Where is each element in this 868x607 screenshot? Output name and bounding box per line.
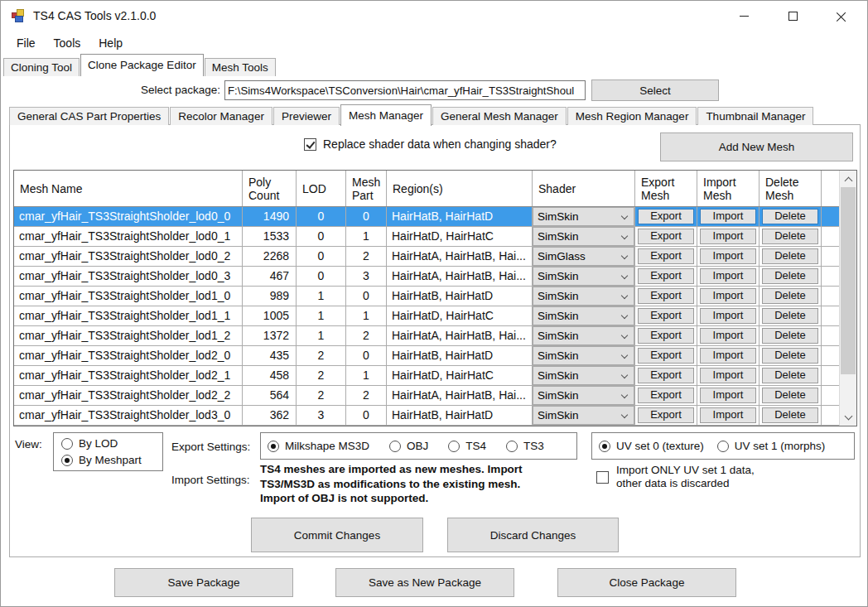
sub-tab[interactable]: Recolor Manager: [170, 107, 272, 125]
table-row[interactable]: cmar_yfHair_TS3StraightSholder_lod1_0 98…: [14, 287, 856, 306]
delete-mesh-button[interactable]: Delete: [762, 268, 818, 284]
delete-mesh-button[interactable]: Delete: [762, 328, 818, 344]
export-mesh-button[interactable]: Export: [638, 328, 694, 344]
import-mesh-button[interactable]: Import: [700, 229, 756, 244]
export-mesh-button[interactable]: Export: [638, 268, 694, 284]
shader-dropdown[interactable]: SimGlass: [533, 247, 634, 266]
maximize-button[interactable]: [769, 1, 817, 31]
scrollbar-thumb[interactable]: [841, 187, 856, 374]
export-mesh-button[interactable]: Export: [638, 209, 694, 224]
import-mesh-button[interactable]: Import: [700, 407, 756, 423]
uv-set-radio-option[interactable]: UV set 1 (morphs): [717, 440, 826, 452]
delete-mesh-button[interactable]: Delete: [762, 248, 818, 264]
replace-shader-checkbox[interactable]: Replace shader data when changing shader…: [304, 137, 557, 151]
delete-mesh-button[interactable]: Delete: [762, 407, 818, 423]
import-mesh-button[interactable]: Import: [700, 328, 756, 344]
menu-item[interactable]: Tools: [45, 33, 90, 53]
shader-dropdown[interactable]: SimSkin: [533, 207, 634, 226]
select-package-button[interactable]: Select: [591, 79, 719, 101]
close-package-button[interactable]: Close Package: [557, 568, 736, 597]
shader-dropdown[interactable]: SimSkin: [533, 366, 634, 385]
import-mesh-button[interactable]: Import: [700, 268, 756, 284]
table-row[interactable]: cmar_yfHair_TS3StraightSholder_lod0_2 22…: [14, 247, 856, 267]
uv-set-radio-option[interactable]: UV set 0 (texture): [599, 440, 704, 452]
view-radio-option[interactable]: By LOD: [61, 437, 118, 450]
table-row[interactable]: cmar_yfHair_TS3StraightSholder_lod2_0 43…: [14, 346, 856, 366]
shader-dropdown[interactable]: SimSkin: [533, 386, 634, 405]
export-mesh-button[interactable]: Export: [638, 348, 694, 364]
export-mesh-button[interactable]: Export: [638, 229, 694, 244]
column-header-mesh-part[interactable]: Mesh Part: [346, 171, 387, 206]
column-header-shader[interactable]: Shader: [533, 171, 635, 206]
column-header-poly-count[interactable]: Poly Count: [243, 171, 297, 206]
column-header-delete-mesh[interactable]: Delete Mesh: [760, 171, 822, 206]
export-mesh-button[interactable]: Export: [638, 308, 694, 324]
import-only-uv1-checkbox[interactable]: Import ONLY UV set 1 data, other data is…: [596, 464, 755, 490]
export-format-radio-option[interactable]: TS4: [448, 440, 486, 452]
vertical-scrollbar[interactable]: [839, 171, 856, 426]
table-row[interactable]: cmar_yfHair_TS3StraightSholder_lod0_3 46…: [14, 267, 856, 287]
import-mesh-button[interactable]: Import: [700, 308, 756, 324]
table-row[interactable]: cmar_yfHair_TS3StraightSholder_lod0_1 15…: [14, 227, 856, 247]
delete-mesh-button[interactable]: Delete: [762, 308, 818, 324]
shader-dropdown[interactable]: SimSkin: [533, 267, 634, 286]
delete-mesh-button[interactable]: Delete: [762, 229, 818, 244]
main-tab[interactable]: Cloning Tool: [3, 58, 80, 76]
export-mesh-button[interactable]: Export: [638, 288, 694, 304]
package-path-input[interactable]: [224, 80, 586, 100]
import-mesh-button[interactable]: Import: [700, 288, 756, 304]
delete-mesh-button[interactable]: Delete: [762, 348, 818, 364]
column-header-mesh-name[interactable]: Mesh Name: [14, 171, 243, 206]
table-row[interactable]: cmar_yfHair_TS3StraightSholder_lod2_1 45…: [14, 366, 856, 386]
shader-dropdown[interactable]: SimSkin: [533, 306, 634, 325]
delete-mesh-button[interactable]: Delete: [762, 209, 818, 224]
sub-tab[interactable]: Thumbnail Manager: [697, 107, 813, 125]
shader-dropdown[interactable]: SimSkin: [533, 326, 634, 345]
table-row[interactable]: cmar_yfHair_TS3StraightSholder_lod3_0 36…: [14, 406, 856, 426]
table-row[interactable]: cmar_yfHair_TS3StraightSholder_lod0_0 14…: [14, 207, 856, 227]
shader-dropdown[interactable]: SimSkin: [533, 406, 634, 425]
column-header-lod[interactable]: LOD: [297, 171, 346, 206]
table-row[interactable]: cmar_yfHair_TS3StraightSholder_lod1_2 13…: [14, 326, 856, 346]
sub-tab[interactable]: General CAS Part Properties: [9, 107, 169, 125]
export-mesh-button[interactable]: Export: [638, 407, 694, 423]
view-radio-option[interactable]: By Meshpart: [61, 454, 142, 466]
main-tab[interactable]: Clone Package Editor: [80, 54, 204, 76]
minimize-button[interactable]: [720, 1, 768, 31]
commit-changes-button[interactable]: Commit Changes: [251, 518, 423, 552]
main-tab[interactable]: Mesh Tools: [205, 58, 276, 76]
column-header-export-mesh[interactable]: Export Mesh: [635, 171, 697, 206]
export-format-radio-option[interactable]: Milkshape MS3D: [268, 440, 369, 452]
menu-item[interactable]: File: [7, 33, 45, 53]
import-mesh-button[interactable]: Import: [700, 388, 756, 403]
import-mesh-button[interactable]: Import: [700, 348, 756, 364]
sub-tab[interactable]: Mesh Manager: [340, 104, 432, 126]
delete-mesh-button[interactable]: Delete: [762, 388, 818, 403]
delete-mesh-button[interactable]: Delete: [762, 368, 818, 383]
import-mesh-button[interactable]: Import: [700, 248, 756, 264]
shader-dropdown[interactable]: SimSkin: [533, 287, 634, 306]
export-format-radio-option[interactable]: TS3: [506, 440, 544, 452]
export-mesh-button[interactable]: Export: [638, 248, 694, 264]
discard-changes-button[interactable]: Discard Changes: [447, 518, 619, 552]
save-package-button[interactable]: Save Package: [114, 568, 293, 597]
delete-mesh-button[interactable]: Delete: [762, 288, 818, 304]
sub-tab[interactable]: General Mesh Manager: [432, 107, 567, 125]
column-header-import-mesh[interactable]: Import Mesh: [697, 171, 760, 206]
table-row[interactable]: cmar_yfHair_TS3StraightSholder_lod1_1 10…: [14, 306, 856, 326]
export-mesh-button[interactable]: Export: [638, 368, 694, 383]
import-mesh-button[interactable]: Import: [700, 209, 756, 224]
scroll-down-button[interactable]: [840, 409, 856, 426]
shader-dropdown[interactable]: SimSkin: [533, 346, 634, 365]
column-header-regions[interactable]: Region(s): [387, 171, 533, 206]
close-window-button[interactable]: [817, 1, 866, 31]
shader-dropdown[interactable]: SimSkin: [533, 227, 634, 246]
save-as-new-package-button[interactable]: Save as New Package: [335, 568, 514, 597]
menu-item[interactable]: Help: [89, 33, 132, 53]
import-mesh-button[interactable]: Import: [700, 368, 756, 383]
sub-tab[interactable]: Previewer: [273, 107, 340, 125]
add-new-mesh-button[interactable]: Add New Mesh: [660, 132, 853, 161]
export-mesh-button[interactable]: Export: [638, 388, 694, 403]
export-format-radio-option[interactable]: OBJ: [389, 440, 428, 452]
scroll-up-button[interactable]: [840, 171, 856, 187]
